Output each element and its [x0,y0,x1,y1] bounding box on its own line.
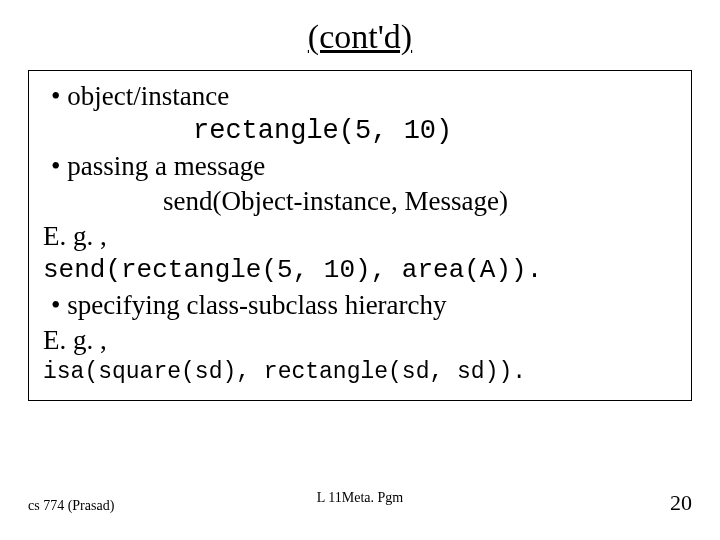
code-isa-example: isa(square(sd), rectangle(sd, sd)). [43,358,677,388]
footer-page-number: 20 [670,490,692,516]
eg-label-2: E. g. , [43,323,677,358]
bullet-class-hierarchy: • specifying class-subclass hierarchy [51,288,677,323]
bullet-passing-message: • passing a message [51,149,677,184]
bullet-object-instance: • object/instance [51,79,677,114]
code-rectangle: rectangle(5, 10) [43,114,677,149]
code-send-example: send(rectangle(5, 10), area(A)). [43,254,677,288]
slide-title: (cont'd) [28,18,692,56]
footer-center: L 11Meta. Pgm [317,490,403,506]
footer-left: cs 774 (Prasad) [28,498,114,514]
text-send-signature: send(Object-instance, Message) [43,184,677,219]
content-box: • object/instance rectangle(5, 10) • pas… [28,70,692,401]
slide-footer: cs 774 (Prasad) L 11Meta. Pgm 20 [0,490,720,516]
eg-label-1: E. g. , [43,219,677,254]
